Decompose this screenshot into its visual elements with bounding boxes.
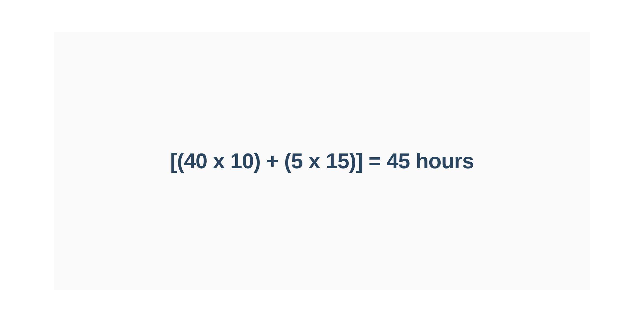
diagram-panel: [(40 x 10) + (5 x 15)] = 45 hours xyxy=(54,32,590,290)
formula-text: [(40 x 10) + (5 x 15)] = 45 hours xyxy=(170,149,474,173)
formula-container: [(40 x 10) + (5 x 15)] = 45 hours xyxy=(170,149,474,173)
